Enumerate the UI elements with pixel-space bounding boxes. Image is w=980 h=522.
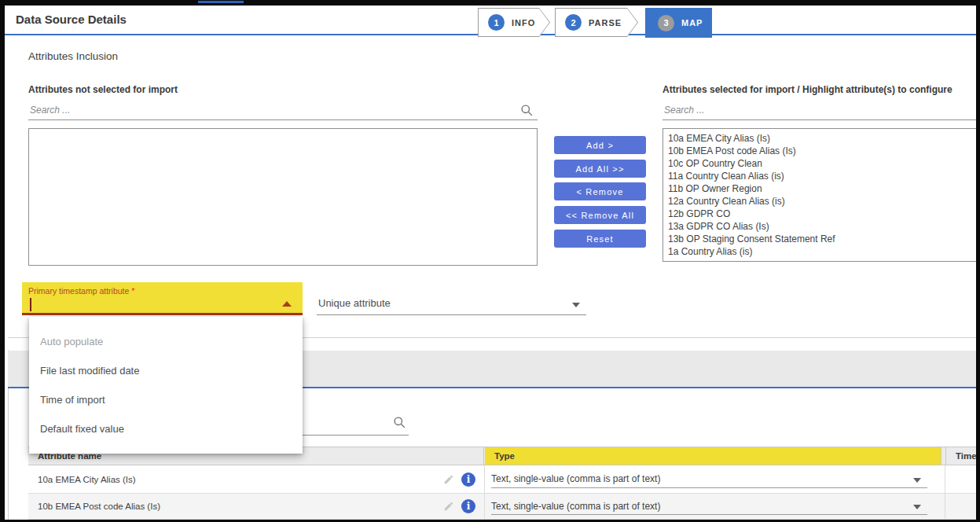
browser-tab-accent xyxy=(198,1,244,3)
list-item[interactable]: 12a Country Clean Alias (is) xyxy=(663,195,976,208)
type-value: Text, single-value (comma is part of tex… xyxy=(491,501,660,512)
not-selected-listbox[interactable] xyxy=(28,128,538,266)
edit-pencil-icon[interactable] xyxy=(443,501,454,512)
stepper-step-info[interactable]: 1 INFO xyxy=(478,8,550,37)
stepper-step-parse[interactable]: 2 PARSE xyxy=(555,8,638,37)
step-number-badge: 2 xyxy=(565,14,582,31)
app-window: Data Source Details 1 INFO 2 PARSE xyxy=(5,6,976,520)
table-row: 10b EMEA Post code Alias (Is) i Text, si… xyxy=(28,494,976,520)
list-item[interactable]: 10a EMEA City Alias (Is) xyxy=(663,132,976,145)
stepper-step-map-active[interactable]: 3 MAP xyxy=(645,8,712,38)
menu-item-default-fixed-value[interactable]: Default fixed value xyxy=(29,414,303,443)
search-icon xyxy=(520,104,534,117)
add-button[interactable]: Add > xyxy=(554,136,646,154)
step-label: PARSE xyxy=(589,18,622,28)
field-underline xyxy=(317,314,586,315)
info-icon[interactable]: i xyxy=(461,472,475,487)
step-number-badge: 3 xyxy=(658,15,674,31)
attribute-name-cell: 10b EMEA Post code Alias (Is) xyxy=(38,494,160,519)
list-item[interactable]: 10c OP Country Clean xyxy=(663,157,976,170)
dropdown-icon[interactable] xyxy=(913,505,921,509)
list-item[interactable]: 12b GDPR CO xyxy=(663,208,976,220)
screenshot-frame: Data Source Details 1 INFO 2 PARSE xyxy=(0,0,980,522)
type-select[interactable]: Text, single-value (comma is part of tex… xyxy=(491,471,927,488)
step-label: INFO xyxy=(512,18,535,28)
menu-item-time-of-import[interactable]: Time of import xyxy=(29,385,303,414)
left-search-input[interactable] xyxy=(28,101,538,120)
step-number-badge: 1 xyxy=(488,14,505,31)
dropdown-icon[interactable] xyxy=(572,303,580,307)
list-item[interactable]: 13a GDPR CO Alias (Is) xyxy=(663,220,976,233)
unique-attribute-label: Unique attribute xyxy=(318,297,391,309)
column-border xyxy=(484,494,485,519)
column-header-timezone: Timezone xyxy=(945,447,976,465)
page-header: Data Source Details 1 INFO 2 PARSE xyxy=(5,6,976,35)
section-title: Attributes Inclusion xyxy=(28,50,118,62)
remove-button[interactable]: < Remove xyxy=(554,182,646,200)
table-row: 10a EMEA City Alias (Is) i Text, single-… xyxy=(28,465,976,494)
column-border xyxy=(945,465,945,493)
page-title: Data Source Details xyxy=(16,13,127,26)
type-select[interactable]: Text, single-value (comma is part of tex… xyxy=(491,498,927,515)
primary-timestamp-select[interactable]: Primary timestamp attribute * xyxy=(22,282,303,315)
right-panel-label: Attributes selected for import / Highlig… xyxy=(663,84,952,95)
menu-item-auto-populate[interactable]: Auto populate xyxy=(29,327,303,356)
unique-attribute-select[interactable]: Unique attribute xyxy=(317,282,586,315)
text-caret xyxy=(30,298,31,311)
add-all-button[interactable]: Add All >> xyxy=(554,160,646,178)
column-header-type-highlighted: Type xyxy=(485,447,941,465)
type-value: Text, single-value (comma is part of tex… xyxy=(491,473,660,484)
column-border xyxy=(484,465,485,493)
search-icon xyxy=(393,416,406,429)
required-marker: * xyxy=(131,286,134,296)
right-search-input[interactable] xyxy=(663,101,976,120)
menu-item-file-last-modified-date[interactable]: File last modified date xyxy=(29,356,303,385)
list-item[interactable]: 11b OP Owner Region xyxy=(663,182,976,195)
list-item[interactable]: 11a Country Clean Alias (is) xyxy=(663,170,976,182)
edit-pencil-icon[interactable] xyxy=(443,474,454,485)
info-icon[interactable]: i xyxy=(461,499,475,513)
primary-timestamp-label: Primary timestamp attribute xyxy=(28,286,129,296)
dropdown-icon[interactable] xyxy=(913,478,921,483)
attribute-name-cell: 10a EMEA City Alias (Is) xyxy=(38,465,136,493)
primary-timestamp-menu: Auto populate File last modified date Ti… xyxy=(29,317,303,454)
left-panel-label: Attributes not selected for import xyxy=(28,84,178,95)
dropdown-open-icon[interactable] xyxy=(282,301,292,307)
selected-listbox[interactable]: 10a EMEA City Alias (Is) 10b EMEA Post c… xyxy=(663,128,976,262)
column-border xyxy=(945,494,945,519)
step-label: MAP xyxy=(681,18,703,28)
field-underline xyxy=(22,313,303,315)
list-item[interactable]: 1a Country Alias (is) xyxy=(663,245,976,258)
list-item[interactable]: 13b OP Staging Consent Statement Ref xyxy=(663,233,976,245)
reset-button[interactable]: Reset xyxy=(554,230,646,248)
remove-all-button[interactable]: << Remove All xyxy=(554,206,646,224)
list-item[interactable]: 10b EMEA Post code Alias (Is) xyxy=(663,145,976,157)
